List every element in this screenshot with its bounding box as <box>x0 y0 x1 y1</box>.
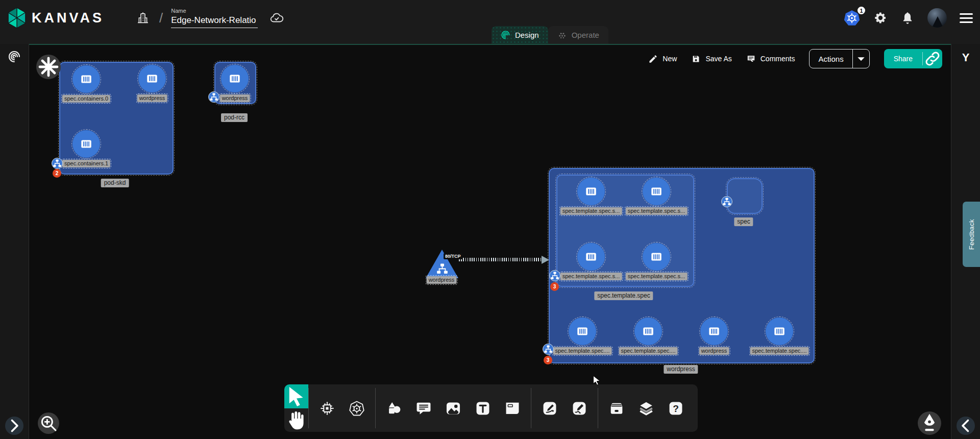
node-label: spec.template.spec.... <box>750 347 809 355</box>
group-label: pod-skd <box>101 179 129 187</box>
tab-operate-label: Operate <box>572 31 599 39</box>
container-node[interactable] <box>766 318 793 345</box>
freehand-tool-button[interactable] <box>571 400 588 417</box>
feedback-label: Feedback <box>968 219 975 250</box>
expand-left-panel-button[interactable] <box>5 417 23 435</box>
layers-button[interactable] <box>638 400 655 417</box>
image-tool-button[interactable] <box>445 400 462 417</box>
hierarchy-panel-toggle[interactable]: Y <box>962 51 970 64</box>
svg-text:?: ? <box>673 403 679 413</box>
zoom-button[interactable] <box>38 412 59 434</box>
container-icon <box>574 325 591 338</box>
breadcrumb-separator: / <box>159 10 163 26</box>
header-row: KANVAS / Name <box>0 0 980 36</box>
container-node[interactable] <box>577 243 605 271</box>
snowflake-icon <box>36 55 61 79</box>
settings-gear-icon[interactable] <box>873 11 888 25</box>
share-link-icon-button[interactable] <box>923 49 942 68</box>
comment-tool-button[interactable] <box>415 400 432 417</box>
design-name-input[interactable] <box>171 15 258 28</box>
node-label: wordpress <box>220 94 250 102</box>
select-tool-button[interactable] <box>284 384 308 408</box>
actions-label: Actions <box>810 50 852 68</box>
tab-design-label: Design <box>515 31 539 39</box>
node-label: spec.template.spec.s... <box>626 207 688 215</box>
node-label: spec.template.spec.s... <box>560 273 622 280</box>
share-label: Share <box>884 49 922 68</box>
components-drawer-button[interactable] <box>608 400 625 417</box>
design-canvas[interactable]: New Save As Comments Actions Share <box>29 44 951 439</box>
comments-label: Comments <box>761 55 795 63</box>
pod-count-badge[interactable]: 2 <box>53 169 61 178</box>
deployment-count-badge[interactable]: 3 <box>544 356 552 364</box>
actions-caret-button[interactable] <box>853 50 869 68</box>
node-label: wordpress <box>137 94 167 102</box>
feedback-tab[interactable]: Feedback <box>963 202 980 267</box>
container-node[interactable] <box>577 178 605 205</box>
left-rail <box>0 44 29 439</box>
container-node[interactable] <box>700 318 728 345</box>
container-icon <box>78 137 94 151</box>
pen-tool-button[interactable] <box>541 400 558 417</box>
pan-tool-button[interactable] <box>284 408 308 432</box>
spec-relationship-badge[interactable] <box>721 196 732 207</box>
spec-node[interactable] <box>727 178 763 214</box>
container-node[interactable] <box>72 130 100 158</box>
container-node[interactable] <box>643 243 670 271</box>
container-icon <box>640 325 656 338</box>
cloud-sync-icon[interactable] <box>269 10 284 26</box>
note-tool-button[interactable] <box>504 400 521 417</box>
container-icon <box>583 185 599 198</box>
mode-tabs: Design Operate <box>492 26 608 44</box>
pointer-tools <box>284 384 308 432</box>
notifications-bell-icon[interactable] <box>900 11 915 25</box>
tab-operate[interactable]: Operate <box>548 26 608 44</box>
cluster-snowflake-button[interactable] <box>36 55 61 79</box>
container-node[interactable] <box>72 65 100 93</box>
help-button[interactable]: ? <box>667 400 684 417</box>
user-avatar[interactable] <box>927 8 947 28</box>
integrations-tool-button[interactable] <box>318 400 336 417</box>
magnifier-icon <box>38 412 59 434</box>
pen-nib-icon <box>918 411 941 435</box>
container-node[interactable] <box>138 65 166 92</box>
kubernetes-context-button[interactable]: 1 <box>843 9 861 27</box>
expand-right-panel-button[interactable] <box>957 417 975 435</box>
ink-pen-button[interactable] <box>918 411 941 435</box>
container-node[interactable] <box>221 65 249 92</box>
new-button[interactable]: New <box>648 54 677 64</box>
pod-relationship-badge[interactable] <box>52 158 63 169</box>
organization-icon[interactable] <box>136 11 150 25</box>
comments-button[interactable]: Comments <box>746 54 795 64</box>
node-label: spec.template.spec.... <box>553 347 612 355</box>
kubernetes-tool-button[interactable] <box>348 400 365 417</box>
kanvas-logo[interactable]: KANVAS <box>7 7 104 29</box>
pencil-icon <box>648 54 658 64</box>
brand-name: KANVAS <box>32 10 104 26</box>
container-node[interactable] <box>569 318 596 345</box>
hamburger-menu-icon[interactable] <box>960 13 973 23</box>
save-as-button[interactable]: Save As <box>691 54 731 64</box>
container-node[interactable] <box>643 178 670 205</box>
kanvas-app: KANVAS / Name 1 Design <box>0 0 980 439</box>
container-icon <box>771 325 788 338</box>
deployment-relationship-badge[interactable] <box>543 344 554 355</box>
floppy-icon <box>691 54 701 64</box>
drawing-tools <box>531 384 598 432</box>
template-count-badge[interactable]: 3 <box>550 282 559 291</box>
text-tool-button[interactable] <box>474 400 492 417</box>
node-label: spec.template.spec.s... <box>626 273 688 280</box>
share-button[interactable]: Share <box>884 49 942 68</box>
pod-relationship-badge[interactable] <box>208 91 219 103</box>
container-icon <box>648 250 665 263</box>
actions-dropdown-button[interactable]: Actions <box>809 49 869 68</box>
canvas-actions-bar: New Save As Comments Actions Share <box>648 49 942 68</box>
network-edge <box>459 258 542 261</box>
shapes-tool-button[interactable] <box>385 400 403 417</box>
tab-design[interactable]: Design <box>492 26 548 44</box>
design-spiral-icon <box>501 30 510 40</box>
template-relationship-badge[interactable] <box>549 270 560 281</box>
hierarchy-icon <box>543 344 553 354</box>
link-icon <box>923 49 942 68</box>
container-node[interactable] <box>634 318 662 345</box>
